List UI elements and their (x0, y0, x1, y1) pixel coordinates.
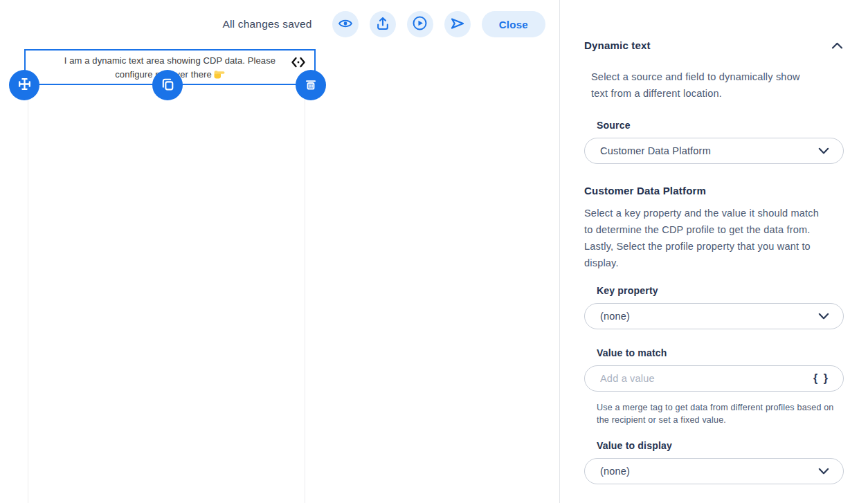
canvas-column-left-guide (28, 85, 28, 503)
close-button[interactable]: Close (482, 11, 545, 37)
move-icon (17, 76, 33, 94)
save-status: All changes saved (222, 18, 311, 30)
panel-title: Dynamic text (584, 39, 651, 51)
value-to-match-helper: Use a merge tag to get data from differe… (597, 401, 836, 426)
key-property-label: Key property (597, 285, 844, 296)
chevron-up-icon (831, 41, 843, 51)
trash-icon (303, 77, 318, 94)
editor-canvas[interactable]: All changes saved (0, 0, 559, 503)
source-label: Source (597, 120, 844, 131)
chevron-down-icon (818, 310, 829, 322)
cdp-section-title: Customer Data Platform (584, 185, 844, 196)
value-to-display-label: Value to display (597, 440, 844, 451)
copy-icon (160, 76, 176, 94)
dynamic-text-settings-panel: Dynamic text Select a source and field t… (560, 0, 868, 503)
code-icon (291, 57, 306, 68)
value-to-match-field[interactable]: { } (584, 365, 844, 392)
email-editor-page: All changes saved (0, 0, 868, 503)
pointing-right-emoji (214, 69, 225, 83)
panel-description: Select a source and field to dynamically… (591, 68, 810, 102)
source-select[interactable]: Customer Data Platform (584, 138, 844, 164)
panel-header: Dynamic text (584, 39, 844, 51)
move-block-button[interactable] (9, 70, 39, 100)
send-icon (449, 16, 466, 33)
canvas-column-right-guide (305, 85, 305, 503)
export-button[interactable] (370, 11, 396, 37)
value-to-display-select-value: (none) (600, 466, 818, 477)
merge-tag-icon[interactable]: { } (813, 372, 829, 385)
chevron-down-icon (818, 145, 829, 157)
upload-icon (375, 16, 390, 33)
value-to-match-label: Value to match (597, 347, 844, 358)
duplicate-block-button[interactable] (152, 70, 183, 100)
delete-block-button[interactable] (296, 70, 326, 100)
key-property-select-value: (none) (600, 311, 818, 322)
cdp-section-description: Select a key property and the value it s… (584, 205, 829, 271)
run-button[interactable] (407, 11, 433, 37)
chevron-down-icon (818, 465, 829, 477)
dynamic-text-block[interactable]: I am a dynamic text area showing CDP dat… (24, 49, 316, 85)
eye-icon (337, 16, 354, 33)
play-icon (412, 15, 428, 33)
key-property-select[interactable]: (none) (584, 303, 844, 329)
send-test-button[interactable] (444, 11, 471, 37)
value-to-display-select[interactable]: (none) (584, 458, 844, 484)
value-to-match-input[interactable] (600, 373, 813, 384)
preview-button[interactable] (332, 11, 359, 37)
editor-toolbar: All changes saved (222, 11, 545, 37)
source-select-value: Customer Data Platform (600, 145, 818, 156)
collapse-panel-button[interactable] (830, 41, 844, 51)
